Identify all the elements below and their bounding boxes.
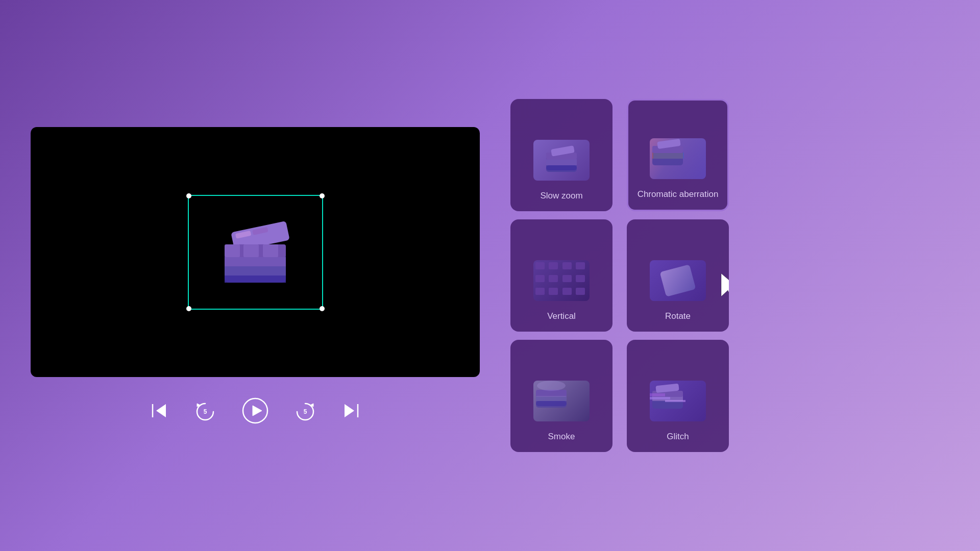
svg-marker-16	[253, 406, 262, 416]
effect-card-vertical[interactable]: Vertical	[510, 219, 612, 332]
skip-back-button[interactable]	[150, 402, 168, 420]
svg-marker-12	[156, 404, 166, 417]
effect-label-chromatic-aberration: Chromatic aberration	[638, 189, 719, 199]
effect-preview-rotate	[650, 260, 706, 301]
play-button[interactable]	[242, 397, 268, 424]
svg-rect-22	[546, 159, 577, 165]
rewind-button[interactable]: 5	[194, 399, 216, 422]
svg-rect-23	[546, 165, 577, 170]
effect-preview-glitch	[650, 381, 706, 421]
effect-preview-chromatic	[650, 138, 706, 179]
mini-icon-3	[562, 262, 572, 269]
handle-top-left[interactable]	[186, 193, 191, 198]
mini-icon-1	[535, 262, 545, 269]
svg-marker-31	[721, 273, 729, 299]
video-area: 5 5	[31, 127, 480, 424]
svg-rect-43	[650, 393, 665, 396]
skip-forward-button[interactable]	[342, 402, 360, 420]
mini-icon-4	[576, 262, 585, 269]
mini-icon-11	[562, 288, 572, 295]
mini-icon-2	[549, 262, 558, 269]
effect-preview-slow-zoom	[533, 140, 590, 181]
effect-label-glitch: Glitch	[667, 432, 689, 442]
mini-icon-5	[535, 275, 545, 282]
effect-label-smoke: Smoke	[548, 432, 575, 442]
selection-box	[188, 195, 323, 310]
effect-preview-vertical	[533, 260, 590, 301]
mini-icon-10	[549, 288, 558, 295]
mini-icon-7	[562, 275, 572, 282]
svg-rect-39	[650, 397, 670, 399]
mini-icon-6	[549, 275, 558, 282]
effect-label-slow-zoom: Slow zoom	[540, 191, 582, 201]
mini-icon-9	[535, 288, 545, 295]
svg-rect-33	[536, 390, 567, 397]
effect-card-smoke[interactable]: Smoke	[510, 340, 612, 452]
mini-icon-8	[576, 275, 585, 282]
rotate-icon	[660, 264, 696, 297]
svg-rect-28	[653, 153, 684, 159]
effect-preview-smoke	[533, 381, 590, 421]
svg-rect-40	[665, 400, 685, 402]
svg-marker-20	[345, 404, 354, 417]
effect-card-chromatic-aberration[interactable]: Chromatic aberration	[627, 99, 729, 211]
svg-point-36	[537, 381, 566, 391]
effect-card-slow-zoom[interactable]: Slow zoom	[510, 99, 612, 211]
effect-card-glitch[interactable]: Glitch	[627, 340, 729, 452]
effect-card-rotate[interactable]: Rotate	[627, 219, 729, 332]
effects-panel: Slow zoom Chromatic aberration	[510, 99, 735, 452]
handle-bottom-left[interactable]	[186, 306, 191, 311]
mini-icon-12	[576, 288, 585, 295]
handle-bottom-right[interactable]	[320, 306, 325, 311]
svg-rect-34	[536, 396, 567, 401]
playback-controls: 5 5	[150, 397, 360, 424]
cursor-arrow	[719, 271, 729, 301]
svg-text:5: 5	[204, 408, 207, 415]
video-canvas	[31, 127, 480, 377]
handle-top-right[interactable]	[320, 193, 325, 198]
effect-label-rotate: Rotate	[665, 311, 691, 321]
svg-text:5: 5	[304, 408, 307, 415]
forward-button[interactable]: 5	[294, 399, 316, 422]
svg-rect-35	[536, 401, 567, 406]
effect-label-vertical: Vertical	[547, 311, 576, 321]
